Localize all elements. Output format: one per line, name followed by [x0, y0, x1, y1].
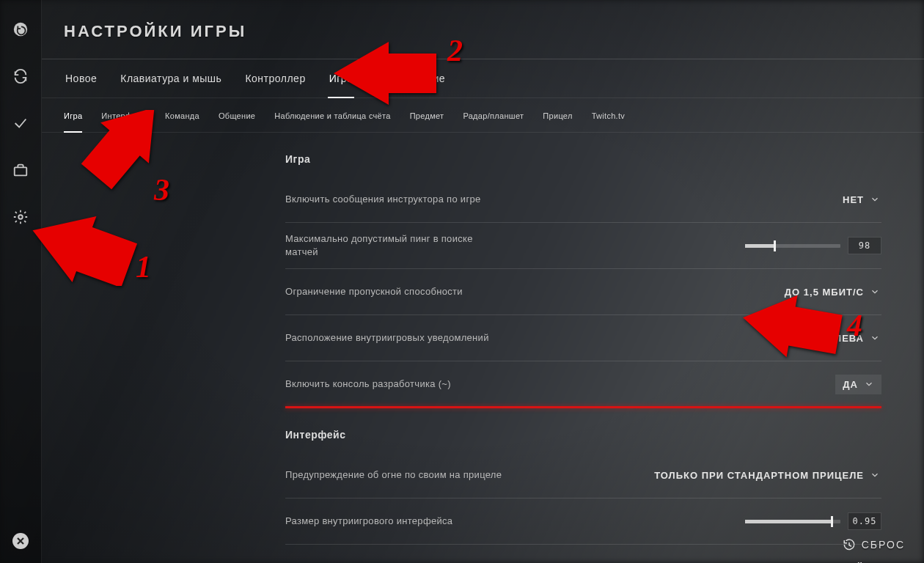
annotation-arrow-4: [741, 293, 843, 359]
row-hud-scale: Размер внутриигрового интерфейса 0.95: [285, 498, 881, 545]
secondary-tabs: Игра Интерфейс Команда Общение Наблюдени…: [42, 97, 924, 133]
subtab-item[interactable]: Предмет: [410, 107, 444, 125]
label-dev-console: Включить консоль разработчика (~): [285, 378, 451, 391]
value-hud-scale[interactable]: 0.95: [848, 512, 881, 530]
annotation-number-3: 3: [154, 172, 169, 207]
row-ff-warn: Предупреждение об огне по своим на прице…: [285, 452, 881, 498]
section-heading-game: Игра: [285, 153, 881, 165]
row-dev-console: Включить консоль разработчика (~) ДА: [285, 361, 881, 407]
annotation-number-1: 1: [136, 249, 151, 284]
briefcase-icon[interactable]: [12, 161, 29, 179]
reset-label: СБРОС: [862, 539, 905, 551]
slider-hud-scale[interactable]: [745, 520, 840, 523]
subtab-spectating[interactable]: Наблюдение и таблица счёта: [274, 107, 390, 125]
svg-rect-1: [15, 167, 27, 175]
section-heading-interface: Интерфейс: [285, 429, 881, 441]
chevron-down-icon: [870, 333, 880, 343]
label-ff-warn: Предупреждение об огне по своим на прице…: [285, 468, 502, 482]
tab-keyboard-mouse[interactable]: Клавиатура и мышь: [119, 59, 223, 97]
reset-button[interactable]: СБРОС: [843, 538, 905, 551]
label-bandwidth: Ограничение пропускной способности: [285, 285, 463, 298]
gear-icon[interactable]: [12, 208, 29, 226]
subtab-crosshair[interactable]: Прицел: [543, 107, 572, 125]
row-hud-color: Цвет интерфейса ЗЕЛЁНЫЙ: [285, 545, 881, 563]
value-instructor: НЕТ: [843, 194, 864, 205]
dropdown-dev-console[interactable]: ДА: [835, 375, 881, 394]
chevron-down-icon: [864, 379, 874, 389]
svg-point-2: [18, 215, 23, 219]
subtab-radar[interactable]: Радар/планшет: [463, 107, 524, 125]
label-instructor: Включить сообщения инструктора по игре: [285, 193, 481, 206]
dropdown-ff-warn[interactable]: ТОЛЬКО ПРИ СТАНДАРТНОМ ПРИЦЕЛЕ: [653, 466, 881, 485]
row-instructor: Включить сообщения инструктора по игре Н…: [285, 177, 881, 223]
annotation-arrow-2: [330, 40, 440, 106]
chevron-down-icon: [870, 194, 880, 205]
check-icon[interactable]: [12, 114, 29, 132]
dropdown-hud-color[interactable]: ЗЕЛЁНЫЙ: [809, 558, 881, 564]
dropdown-instructor[interactable]: НЕТ: [841, 190, 881, 210]
chevron-down-icon: [870, 287, 880, 297]
tab-new[interactable]: Новое: [64, 59, 98, 97]
label-hud-scale: Размер внутриигрового интерфейса: [285, 515, 452, 528]
subtab-communication[interactable]: Общение: [219, 107, 255, 125]
sync-icon[interactable]: [12, 67, 29, 85]
value-ff-warn: ТОЛЬКО ПРИ СТАНДАРТНОМ ПРИЦЕЛЕ: [654, 470, 864, 481]
value-max-ping[interactable]: 98: [848, 237, 881, 254]
chevron-down-icon: [870, 470, 880, 480]
highlight-underline: [285, 406, 881, 408]
tab-controller[interactable]: Контроллер: [243, 59, 307, 97]
label-max-ping: Максимально допустимый пинг в поиске мат…: [285, 232, 505, 259]
slider-max-ping[interactable]: [745, 244, 840, 248]
annotation-number-4: 4: [847, 308, 862, 343]
subtab-twitch[interactable]: Twitch.tv: [592, 107, 626, 125]
close-icon[interactable]: [12, 532, 29, 550]
value-dev-console: ДА: [843, 379, 858, 390]
back-icon[interactable]: [12, 21, 29, 38]
annotation-arrow-1: [29, 213, 139, 286]
label-notify-pos: Расположение внутриигровых уведомлений: [285, 331, 489, 345]
page-title: НАСТРОЙКИ ИГРЫ: [64, 22, 924, 41]
history-icon: [843, 538, 856, 551]
row-max-ping: Максимально допустимый пинг в поиске мат…: [285, 223, 881, 269]
annotation-number-2: 2: [447, 33, 463, 68]
primary-tabs: Новое Клавиатура и мышь Контроллер Игра …: [42, 59, 924, 97]
